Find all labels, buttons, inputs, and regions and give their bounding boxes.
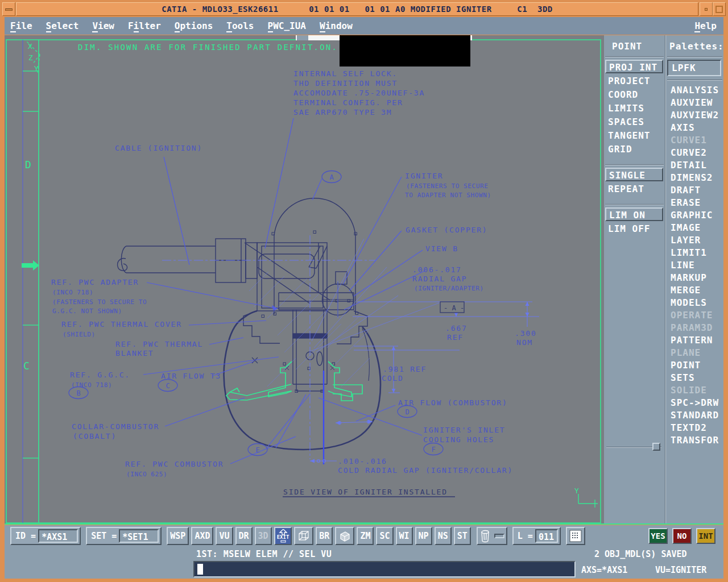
cad-label: .667 bbox=[445, 324, 468, 332]
minimize-button[interactable] bbox=[700, 2, 713, 16]
point-option-tangent[interactable]: TANGENT bbox=[604, 129, 665, 143]
palette-item-merge[interactable]: MERGE bbox=[671, 284, 723, 297]
st-button[interactable]: ST bbox=[454, 527, 471, 545]
maximize-button[interactable] bbox=[713, 2, 726, 16]
menu-item-pwc_iua[interactable]: PWC_IUA bbox=[268, 20, 306, 31]
menu-items: FileSelectViewFilterOptionsToolsPWC_IUAW… bbox=[5, 20, 353, 31]
drawing-labels: DIM. SHOWN ARE FOR FINISHED PART DEFNIT.… bbox=[23, 42, 580, 496]
id-input[interactable]: *AXS1 bbox=[38, 529, 78, 543]
palette-item-draft[interactable]: DRAFT bbox=[671, 184, 723, 197]
palette-item-line[interactable]: LINE bbox=[671, 259, 723, 272]
wi-button[interactable]: WI bbox=[396, 527, 413, 545]
keypad-button[interactable] bbox=[566, 527, 585, 545]
sc-button[interactable]: SC bbox=[376, 527, 393, 545]
np-button[interactable]: NP bbox=[415, 527, 432, 545]
view-axis-icon bbox=[578, 494, 598, 508]
palette-item-image[interactable]: IMAGE bbox=[671, 222, 723, 234]
window-menu-button[interactable] bbox=[2, 2, 15, 16]
menu-item-view[interactable]: View bbox=[92, 20, 114, 31]
menu-item-filter[interactable]: Filter bbox=[128, 20, 161, 31]
palette-item-analysis[interactable]: ANALYSIS bbox=[671, 84, 723, 97]
wsp-button[interactable]: WSP bbox=[167, 527, 189, 545]
panel-divider[interactable] bbox=[606, 447, 661, 448]
menu-item-file[interactable]: File bbox=[10, 20, 32, 31]
palette-item-textd2[interactable]: TEXTD2 bbox=[671, 422, 723, 434]
palette-item-detail[interactable]: DETAIL bbox=[671, 159, 723, 172]
cad-label: Z bbox=[28, 53, 34, 62]
palette-item-axis[interactable]: AXIS bbox=[671, 122, 723, 134]
cad-label: COOLING HOLES bbox=[423, 435, 494, 444]
palette-item-auxview[interactable]: AUXVIEW bbox=[671, 97, 723, 109]
ns-button[interactable]: NS bbox=[435, 527, 452, 545]
menu-item-window[interactable]: Window bbox=[320, 20, 353, 31]
palette-item-layer[interactable]: LAYER bbox=[671, 234, 723, 247]
id-label: ID = bbox=[13, 531, 38, 541]
cad-label: Y bbox=[34, 64, 39, 73]
palette-item-limit1[interactable]: LIMIT1 bbox=[671, 247, 723, 259]
cad-label: SIDE VIEW OF IGNITER INSTALLED bbox=[283, 488, 448, 496]
palette-item-standard[interactable]: STANDARD bbox=[671, 409, 723, 422]
palette-item-transfor[interactable]: TRANSFOR bbox=[671, 434, 723, 447]
cad-label: ACCOMODATE .75-20UNEF-3A bbox=[293, 89, 425, 97]
drawing-canvas[interactable]: DIM. SHOWN ARE FOR FINISHED PART DEFNIT.… bbox=[5, 35, 604, 524]
ruler-arrow-icon bbox=[22, 260, 39, 271]
point-option-project[interactable]: PROJECT bbox=[604, 74, 665, 88]
trash-icon[interactable] bbox=[479, 529, 491, 543]
cad-label: (SHIELD) bbox=[63, 331, 96, 338]
set-input[interactable]: *SET1 bbox=[119, 529, 159, 543]
point-option-limits[interactable]: LIMITS bbox=[604, 102, 665, 115]
menu-item-options[interactable]: Options bbox=[175, 20, 213, 31]
palette-item-markup[interactable]: MARKUP bbox=[671, 272, 723, 284]
wireframe-cube-button[interactable] bbox=[294, 527, 313, 545]
palette-item-graphic[interactable]: GRAPHIC bbox=[671, 209, 723, 222]
window-menu-icon bbox=[5, 9, 13, 11]
cad-label: .010-.016 bbox=[338, 457, 387, 465]
zm-button[interactable]: ZM bbox=[357, 527, 374, 545]
delete-slot-button[interactable] bbox=[494, 534, 504, 538]
palette-item-point[interactable]: POINT bbox=[671, 359, 723, 372]
menu-item-select[interactable]: Select bbox=[46, 20, 79, 31]
palette-item-sets[interactable]: SETS bbox=[671, 372, 723, 384]
exit-button[interactable]: EXIT bbox=[274, 527, 292, 545]
yes-button[interactable]: YES bbox=[648, 528, 668, 544]
layer-label: L = bbox=[515, 531, 535, 541]
text-cursor bbox=[197, 564, 203, 575]
point-option-spaces[interactable]: SPACES bbox=[604, 115, 665, 129]
menu-item-tools[interactable]: Tools bbox=[226, 20, 254, 31]
palette-item-pattern[interactable]: PATTERN bbox=[671, 334, 723, 347]
point-option-lim-on[interactable]: LIM ON bbox=[605, 207, 663, 221]
point-option-grid[interactable]: GRID bbox=[604, 143, 665, 156]
cad-label: COLLAR-COMBUSTOR bbox=[72, 422, 159, 431]
br-button[interactable]: BR bbox=[316, 527, 333, 545]
point-option-coord[interactable]: COORD bbox=[604, 88, 665, 102]
point-option-repeat[interactable]: REPEAT bbox=[604, 182, 665, 196]
shaded-cube-button[interactable] bbox=[335, 527, 354, 545]
no-button[interactable]: NO bbox=[672, 528, 692, 544]
point-option-proj-int[interactable]: PROJ INT bbox=[605, 60, 663, 73]
palette-item-models[interactable]: MODELS bbox=[671, 297, 723, 309]
layer-input[interactable]: 011 bbox=[535, 529, 558, 543]
cad-label: (COBALT) bbox=[73, 432, 117, 440]
palette-item-spc-drw[interactable]: SPC->DRW bbox=[671, 397, 723, 409]
cad-label: CABLE (IGNITION) bbox=[115, 144, 202, 152]
vu-button[interactable]: VU bbox=[216, 527, 233, 545]
palette-item-curve2[interactable]: CURVE2 bbox=[671, 147, 723, 159]
balloon-letter: F bbox=[431, 446, 435, 454]
command-input[interactable] bbox=[193, 561, 576, 577]
point-option-lim-off[interactable]: LIM OFF bbox=[604, 222, 665, 236]
int-button[interactable]: INT bbox=[696, 528, 715, 544]
dr-button[interactable]: DR bbox=[235, 527, 253, 545]
point-option-single[interactable]: SINGLE bbox=[605, 168, 663, 181]
palette-item-erase[interactable]: ERASE bbox=[671, 197, 723, 209]
cad-label: REF. PWC THERMAL COVER bbox=[61, 320, 182, 329]
panel-divider-handle[interactable] bbox=[652, 443, 660, 451]
cad-label: (IGNITER/ADAPTER) bbox=[414, 285, 484, 292]
current-axis: AXS=*AXS1 bbox=[581, 565, 627, 575]
menu-help[interactable]: Help bbox=[694, 20, 717, 31]
palette-item-auxview2[interactable]: AUXVIEW2 bbox=[671, 109, 723, 122]
separator bbox=[667, 80, 722, 81]
palette-item-dimens2[interactable]: DIMENS2 bbox=[671, 172, 723, 184]
axd-button[interactable]: AXD bbox=[191, 527, 213, 545]
palette-selected-box[interactable]: LPFK bbox=[667, 60, 721, 76]
balloon-letter: E bbox=[255, 446, 259, 454]
